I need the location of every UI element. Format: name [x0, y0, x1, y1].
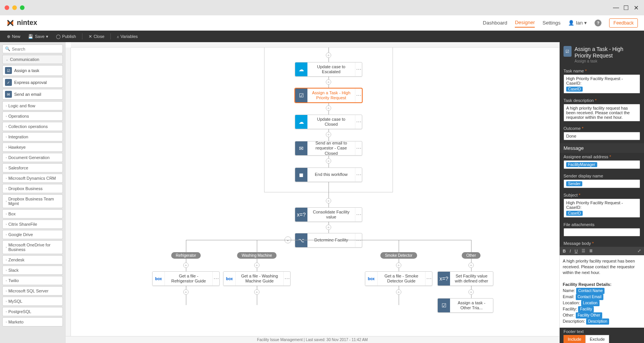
expand-icon[interactable]: ⤢ — [637, 248, 641, 253]
add-step[interactable]: + — [254, 263, 260, 268]
node-menu[interactable]: ⋯ — [355, 115, 362, 129]
category-logic-and-flow[interactable]: ›Logic and flow — [2, 101, 63, 110]
token[interactable]: Facility Other — [576, 312, 602, 318]
task-name-input[interactable]: High Priority Facility Request - CaseID:… — [564, 74, 640, 94]
subject-input[interactable]: High Priority Facility Request - CaseID:… — [564, 199, 640, 218]
category-mysql[interactable]: ›MySQL — [2, 297, 63, 306]
category-google-drive[interactable]: ›Google Drive — [2, 230, 63, 239]
category-dropbox-business[interactable]: ›Dropbox Business — [2, 184, 63, 193]
node-menu[interactable]: ⋯ — [283, 272, 290, 286]
user-menu[interactable]: 👤 Ian ▾ — [568, 20, 587, 26]
nav-designer[interactable]: Designer — [515, 18, 535, 28]
sender-input[interactable]: Sender — [564, 179, 640, 188]
close-icon[interactable]: ✕ — [632, 4, 639, 11]
node-consolidate[interactable]: x=?Consolidate Facility value⋯ — [295, 207, 362, 222]
node-update-escalated[interactable]: ☁Update case to Escalated⋯ — [295, 62, 362, 77]
node-update-closed[interactable]: ☁Update case to Closed⋯ — [295, 115, 362, 129]
category-microsoft-onedrive-for-business[interactable]: ›Microsoft OneDrive for Business — [2, 240, 63, 254]
category-microsoft-dynamics-crm[interactable]: ›Microsoft Dynamics CRM — [2, 174, 63, 183]
include-button[interactable]: Include — [564, 335, 585, 343]
category-salesforce[interactable]: ›Salesforce — [2, 163, 63, 172]
variables-button[interactable]: 𝑥Variables — [114, 31, 141, 42]
help-icon[interactable]: ? — [595, 20, 601, 26]
bold-button[interactable]: B — [563, 249, 566, 253]
node-menu[interactable]: ⋯ — [425, 272, 432, 286]
token-facility-manager[interactable]: FacilityManager — [566, 162, 597, 167]
category-integration[interactable]: ›Integration — [2, 132, 63, 141]
category-zendesk[interactable]: ›Zendesk — [2, 255, 63, 264]
close-button[interactable]: ✕Close — [85, 31, 107, 42]
search-field[interactable] — [12, 47, 60, 51]
node-send-email[interactable]: ✉Send an email to requestor - Case Close… — [295, 141, 362, 156]
action-send-email[interactable]: ✉Send an email — [2, 89, 63, 100]
node-menu[interactable]: ⋯ — [212, 272, 219, 286]
token[interactable]: Contact Name — [576, 288, 605, 294]
token[interactable]: Contact Email — [576, 294, 603, 300]
list-ul-button[interactable]: ≣ — [589, 248, 593, 253]
maximize-icon[interactable]: ☐ — [623, 4, 629, 11]
token[interactable]: Description — [586, 318, 609, 325]
mac-close[interactable] — [5, 5, 9, 10]
add-step[interactable]: + — [326, 79, 331, 85]
nav-settings[interactable]: Settings — [542, 18, 560, 27]
action-assign-task[interactable]: ☑Assign a task — [2, 65, 63, 76]
add-step[interactable]: + — [326, 53, 331, 58]
node-menu[interactable]: ⋯ — [355, 208, 362, 222]
node-assign-task-selected[interactable]: ☑Assign a Task - High Priority Request⋯ — [295, 88, 362, 103]
task-desc-input[interactable]: A high priority facility request has bee… — [564, 104, 640, 121]
feedback-button[interactable]: Feedback — [609, 18, 638, 28]
category-box[interactable]: ›Box — [2, 209, 63, 218]
category-citrix-sharefile[interactable]: ›Citrix ShareFile — [2, 220, 63, 229]
add-step[interactable]: + — [326, 225, 331, 230]
mac-zoom[interactable] — [20, 5, 25, 10]
category-communication[interactable]: ⌄Communication — [2, 55, 63, 64]
save-button[interactable]: 💾Save▾ — [25, 31, 51, 42]
node-menu[interactable]: ⋯ — [355, 141, 362, 155]
node-end-workflow[interactable]: ◼End this workflow⋯ — [295, 167, 362, 182]
action-express-approval[interactable]: ✓Express approval — [2, 77, 63, 88]
node-file-washing[interactable]: boxGet a file - Washing Machine Guide⋯ — [223, 271, 291, 286]
add-step[interactable]: + — [254, 289, 260, 295]
add-step[interactable]: + — [183, 263, 189, 268]
category-document-generation[interactable]: ›Document Generation — [2, 153, 63, 162]
node-set-facility-other[interactable]: x=?Set Facility value with defined other — [437, 271, 493, 286]
add-step[interactable]: + — [468, 263, 474, 268]
category-marketo[interactable]: ›Marketo — [2, 317, 63, 327]
category-slack[interactable]: ›Slack — [2, 266, 63, 275]
node-menu[interactable]: ⋯ — [355, 89, 362, 102]
token[interactable]: Location — [581, 300, 600, 306]
add-step[interactable]: + — [183, 289, 189, 295]
node-determine-facility[interactable]: ⌥Determine Facility⋯ — [295, 233, 362, 248]
attachments-input[interactable] — [564, 228, 640, 236]
add-step[interactable]: + — [326, 158, 331, 164]
token-caseid[interactable]: CaseID — [566, 87, 583, 92]
category-operations[interactable]: ›Operations — [2, 112, 63, 121]
token[interactable]: Facility — [578, 306, 594, 312]
outcome-input[interactable]: Done — [564, 132, 640, 140]
mac-minimize[interactable] — [12, 5, 17, 10]
node-file-refrigerator[interactable]: boxGet a file - Refrigerator Guide⋯ — [152, 271, 220, 286]
assignee-input[interactable]: FacilityManager — [564, 160, 640, 169]
list-ol-button[interactable]: ☰ — [582, 248, 585, 253]
italic-button[interactable]: I — [570, 249, 571, 253]
category-postgresql[interactable]: ›PostgreSQL — [2, 307, 63, 316]
node-menu[interactable]: ⋯ — [355, 62, 362, 76]
search-input[interactable]: 🔍 — [2, 44, 63, 53]
node-menu[interactable]: ⋯ — [355, 233, 362, 247]
canvas-scroll[interactable]: + ☁Update case to Escalated⋯ + ☑Assign a… — [71, 48, 559, 336]
category-hawkeye[interactable]: ›Hawkeye — [2, 143, 63, 152]
minimize-icon[interactable]: — — [613, 4, 619, 11]
token-sender[interactable]: Sender — [566, 181, 582, 186]
new-button[interactable]: ⊕New — [4, 31, 23, 42]
add-step[interactable]: + — [468, 289, 474, 295]
token-caseid[interactable]: CaseID — [566, 211, 583, 216]
exclude-button[interactable]: Exclude — [585, 335, 609, 343]
category-twilio[interactable]: ›Twilio — [2, 276, 63, 285]
category-collection-operations[interactable]: ›Collection operations — [2, 122, 63, 131]
underline-button[interactable]: U — [575, 249, 578, 253]
node-menu[interactable]: ⋯ — [355, 168, 362, 182]
add-step[interactable]: + — [396, 289, 401, 295]
category-microsoft-sql-server[interactable]: ›Microsoft SQL Server — [2, 286, 63, 295]
message-body-editor[interactable]: A high priority facility request has bee… — [560, 255, 644, 328]
node-file-smoke[interactable]: boxGet a file - Smoke Detector Guide⋯ — [365, 271, 432, 286]
